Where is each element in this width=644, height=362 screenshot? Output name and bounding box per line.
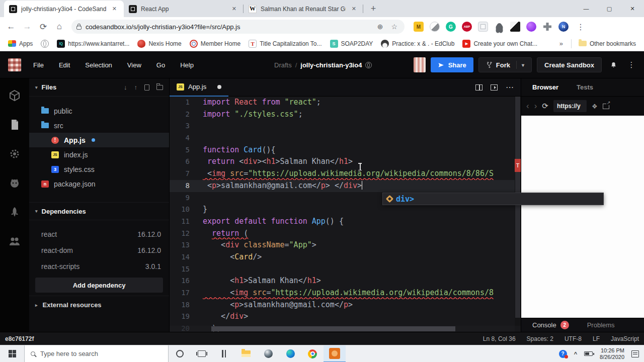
other-bookmarks[interactable]: Other bookmarks [576,39,639,49]
console-tab[interactable]: Console [532,321,556,329]
settings-gear-icon[interactable] [9,148,21,160]
browser-menu-icon[interactable]: ⋮ [576,22,586,32]
maximize-window-icon[interactable]: ▢ [598,0,621,17]
new-file-icon[interactable] [144,84,149,90]
file-tree-item[interactable]: JSindex.js [29,147,169,162]
notifications-bell-icon[interactable] [607,58,620,71]
preview-url-field[interactable]: https://y [553,100,587,112]
m-ext-icon[interactable]: M [414,22,424,32]
avatar[interactable] [414,57,426,72]
collapse-caret-icon[interactable]: ▾ [35,209,38,214]
autocomplete-popup[interactable]: div> [382,193,604,205]
grammarly-ext-icon[interactable]: G [446,22,456,32]
preview-back-icon[interactable]: ‹ [526,101,529,111]
taskbar-app-chrome[interactable] [301,345,324,362]
purple-ext-icon[interactable] [526,22,536,32]
tab-browser[interactable]: Browser [532,83,558,91]
bug-ext-icon[interactable] [494,22,504,32]
editor-horizontal-scrollbar[interactable] [170,326,515,332]
help-tray-icon[interactable]: ? [559,350,567,358]
tab-close-icon[interactable]: ✕ [110,5,119,13]
address-bar[interactable]: codesandbox.io/s/jolly-christian-y3io4?f… [71,20,405,34]
refresh-button[interactable]: ⟳ [36,20,50,34]
menu-edit[interactable]: Edit [59,61,70,69]
codesandbox-logo[interactable] [8,58,21,71]
dependency-row[interactable]: react16.12.0 [29,226,169,242]
autocomplete-suggestion[interactable]: div> [396,195,414,204]
tab-tests[interactable]: Tests [577,83,593,91]
preview-refresh-icon[interactable]: ⟳ [542,102,548,111]
browser-tab[interactable]: WSalman Khan at Renault Star Guild A✕ [244,1,363,17]
taskbar-app-explorer[interactable] [235,345,257,362]
menu-selection[interactable]: Selection [85,61,112,69]
deployment-rocket-icon[interactable] [9,206,21,218]
menu-help[interactable]: Help [180,61,194,69]
tab-close-icon[interactable]: ✕ [230,5,238,13]
add-dependency-button[interactable]: Add dependency [35,278,163,293]
colorpicker-ext-icon[interactable] [510,22,520,32]
screenshot-ext-icon[interactable] [478,22,488,32]
bookmark-item[interactable]: TTitle Capitalization To... [246,38,325,49]
bookmark-item[interactable]: ▶Create your own Chat... [459,38,540,49]
bookmark-item[interactable]: Member Home [187,38,244,49]
menu-file[interactable]: File [33,61,44,69]
n-ext-icon[interactable]: N [558,22,569,32]
bookmark-apps[interactable]: Apps [5,39,36,49]
browser-tab[interactable]: React App✕ [124,1,244,17]
editor-more-icon[interactable]: ⋯ [506,82,514,92]
close-window-icon[interactable]: ✕ [621,0,644,17]
dependencies-section-header[interactable]: ▾ Dependencies [29,202,169,220]
fork-button[interactable]: Fork ▾ [478,57,532,72]
start-button[interactable] [0,345,24,362]
editor[interactable]: JS App.js ⋯ 1import React from "react";2… [170,78,521,332]
zoom-icon[interactable]: ⊕ [375,23,385,31]
taskbar-app-taskview[interactable] [191,345,213,362]
open-external-icon[interactable] [603,104,609,109]
menu-view[interactable]: View [127,61,141,69]
open-preview-icon[interactable] [491,84,498,90]
taskbar-search[interactable]: Type here to search [24,345,169,362]
project-cube-icon[interactable] [9,89,21,102]
new-tab-button[interactable]: + [366,2,380,16]
editor-vertical-scrollbar[interactable] [515,97,521,326]
bookmark-item[interactable] [38,38,52,49]
file-tree-item[interactable]: src [29,118,169,133]
bookmark-star-icon[interactable]: ☆ [389,23,399,31]
taskbar-app-edge[interactable] [279,345,301,362]
preview-viewport[interactable] [521,116,644,318]
share-button[interactable]: Share [431,57,473,72]
code-area[interactable]: 1import React from "react";2import "./st… [170,97,521,332]
file-tree-item[interactable]: !App.js [29,133,169,147]
sandbox-title[interactable]: jolly-christian-y3io4 [300,61,362,69]
new-folder-icon[interactable] [156,85,163,90]
file-tree-item[interactable]: 3styles.css [29,162,169,176]
battery-icon[interactable] [584,351,593,356]
files-section-header[interactable]: ▾ Files ↓ ↑ [29,78,169,97]
github-icon[interactable] [9,177,21,189]
privacy-globe-icon[interactable] [365,62,372,68]
forward-button[interactable]: → [20,20,34,34]
bookmark-item[interactable]: Practice: x & . - EdClub [378,38,457,49]
url-text[interactable]: codesandbox.io/s/jolly-christian-y3io4?f… [86,23,371,31]
taskbar-app-cortana[interactable] [169,345,191,362]
file-tree-item[interactable]: npackage.json [29,176,169,191]
dependency-row[interactable]: react-dom16.12.0 [29,242,169,258]
puzzle-ext-icon[interactable] [542,22,552,32]
home-button[interactable]: ⌂ [52,20,66,34]
half-circle-ext-icon[interactable] [430,22,440,32]
fork-caret-icon[interactable]: ▾ [516,61,524,69]
problems-tab[interactable]: Problems [587,321,615,329]
browser-tab[interactable]: jolly-christian-y3io4 - CodeSandbox✕ [4,1,124,17]
preview-forward-icon[interactable]: › [534,101,537,111]
tab-close-icon[interactable]: ✕ [350,5,358,13]
minimize-window-icon[interactable]: — [575,0,598,17]
collapse-caret-icon[interactable]: ▾ [35,85,38,90]
bookmark-item[interactable]: IQhttps://www.kantarret... [54,38,132,49]
bookmarks-overflow-icon[interactable]: » [555,40,567,47]
back-button[interactable]: ← [4,20,18,34]
responsive-mode-icon[interactable]: ❖ [592,103,598,110]
scrollbar-thumb[interactable] [211,326,455,331]
hidden-icons-chevron[interactable]: ^ [574,351,577,357]
breadcrumb-root[interactable]: Drafts [274,61,292,69]
taskbar-app-orange[interactable] [324,345,346,362]
